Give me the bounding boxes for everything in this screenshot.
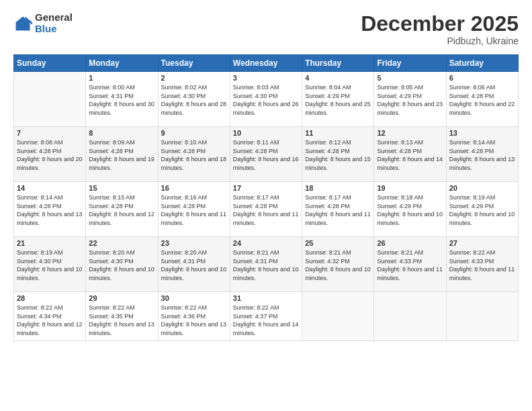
day-info: Sunrise: 8:14 AMSunset: 4:28 PMDaylight:… [17,193,83,227]
day-info: Sunrise: 8:15 AMSunset: 4:28 PMDaylight:… [89,193,154,227]
logo-blue-text: Blue [35,24,73,35]
day-number: 13 [449,129,515,137]
calendar-cell: 23Sunrise: 8:20 AMSunset: 4:31 PMDayligh… [158,237,230,292]
day-number: 30 [161,294,227,302]
svg-marker-0 [16,16,30,30]
calendar-cell: 22Sunrise: 8:20 AMSunset: 4:30 PMDayligh… [86,237,158,292]
day-number: 12 [377,129,443,137]
calendar-cell: 6Sunrise: 8:06 AMSunset: 4:28 PMDaylight… [446,72,518,127]
day-number: 10 [233,129,299,137]
weekday-header-row: SundayMondayTuesdayWednesdayThursdayFrid… [14,55,519,72]
header: General Blue December 2025 Pidbuzh, Ukra… [13,12,519,46]
day-number: 22 [89,239,154,247]
month-title: December 2025 [361,12,519,36]
day-number: 23 [161,239,227,247]
calendar-cell: 15Sunrise: 8:15 AMSunset: 4:28 PMDayligh… [86,182,158,237]
day-info: Sunrise: 8:11 AMSunset: 4:28 PMDaylight:… [233,138,299,172]
day-info: Sunrise: 8:16 AMSunset: 4:28 PMDaylight:… [161,193,227,227]
day-info: Sunrise: 8:20 AMSunset: 4:31 PMDaylight:… [161,248,227,282]
day-info: Sunrise: 8:21 AMSunset: 4:32 PMDaylight:… [305,248,371,282]
day-info: Sunrise: 8:18 AMSunset: 4:29 PMDaylight:… [377,193,443,227]
calendar-cell: 18Sunrise: 8:17 AMSunset: 4:28 PMDayligh… [302,182,374,237]
day-info: Sunrise: 8:22 AMSunset: 4:35 PMDaylight:… [89,304,154,337]
calendar-week-1: 1Sunrise: 8:00 AMSunset: 4:31 PMDaylight… [14,72,519,127]
day-number: 11 [305,129,371,137]
calendar-cell [446,292,518,340]
weekday-header-saturday: Saturday [446,55,518,72]
calendar-cell: 10Sunrise: 8:11 AMSunset: 4:28 PMDayligh… [230,127,302,182]
day-number: 6 [449,74,515,82]
calendar-cell: 25Sunrise: 8:21 AMSunset: 4:32 PMDayligh… [302,237,374,292]
day-number: 1 [89,74,154,82]
calendar-cell: 11Sunrise: 8:12 AMSunset: 4:28 PMDayligh… [302,127,374,182]
day-number: 24 [233,239,299,247]
logo-general-text: General [35,12,73,24]
day-number: 18 [305,184,371,192]
calendar-cell: 1Sunrise: 8:00 AMSunset: 4:31 PMDaylight… [86,72,158,127]
calendar-cell: 9Sunrise: 8:10 AMSunset: 4:28 PMDaylight… [158,127,230,182]
day-info: Sunrise: 8:09 AMSunset: 4:28 PMDaylight:… [89,138,154,172]
calendar-cell: 30Sunrise: 8:22 AMSunset: 4:36 PMDayligh… [158,292,230,340]
day-number: 7 [17,129,83,137]
calendar-cell: 3Sunrise: 8:03 AMSunset: 4:30 PMDaylight… [230,72,302,127]
day-number: 31 [233,294,299,302]
day-info: Sunrise: 8:12 AMSunset: 4:28 PMDaylight:… [305,138,371,172]
day-number: 28 [17,294,83,302]
weekday-header-tuesday: Tuesday [158,55,230,72]
calendar-cell: 4Sunrise: 8:04 AMSunset: 4:29 PMDaylight… [302,72,374,127]
calendar-table: SundayMondayTuesdayWednesdayThursdayFrid… [13,54,519,340]
day-info: Sunrise: 8:00 AMSunset: 4:31 PMDaylight:… [89,83,154,117]
day-info: Sunrise: 8:19 AMSunset: 4:29 PMDaylight:… [449,193,515,227]
day-info: Sunrise: 8:22 AMSunset: 4:37 PMDaylight:… [233,304,299,337]
calendar-cell: 8Sunrise: 8:09 AMSunset: 4:28 PMDaylight… [86,127,158,182]
weekday-header-sunday: Sunday [14,55,86,72]
day-info: Sunrise: 8:17 AMSunset: 4:28 PMDaylight:… [233,193,299,227]
calendar-cell: 14Sunrise: 8:14 AMSunset: 4:28 PMDayligh… [14,182,86,237]
day-info: Sunrise: 8:21 AMSunset: 4:31 PMDaylight:… [233,248,299,282]
day-info: Sunrise: 8:14 AMSunset: 4:28 PMDaylight:… [449,138,515,172]
calendar-cell [302,292,374,340]
weekday-header-wednesday: Wednesday [230,55,302,72]
calendar-cell: 17Sunrise: 8:17 AMSunset: 4:28 PMDayligh… [230,182,302,237]
day-info: Sunrise: 8:04 AMSunset: 4:29 PMDaylight:… [305,83,371,117]
day-number: 8 [89,129,154,137]
calendar-cell: 12Sunrise: 8:13 AMSunset: 4:28 PMDayligh… [374,127,446,182]
day-info: Sunrise: 8:10 AMSunset: 4:28 PMDaylight:… [161,138,227,172]
day-number: 15 [89,184,154,192]
day-number: 25 [305,239,371,247]
calendar-cell: 28Sunrise: 8:22 AMSunset: 4:34 PMDayligh… [14,292,86,340]
calendar-cell: 31Sunrise: 8:22 AMSunset: 4:37 PMDayligh… [230,292,302,340]
day-number: 17 [233,184,299,192]
calendar-cell: 24Sunrise: 8:21 AMSunset: 4:31 PMDayligh… [230,237,302,292]
day-info: Sunrise: 8:22 AMSunset: 4:36 PMDaylight:… [161,304,227,337]
calendar-cell: 19Sunrise: 8:18 AMSunset: 4:29 PMDayligh… [374,182,446,237]
day-info: Sunrise: 8:21 AMSunset: 4:33 PMDaylight:… [377,248,443,282]
calendar-cell: 2Sunrise: 8:02 AMSunset: 4:30 PMDaylight… [158,72,230,127]
day-number: 5 [377,74,443,82]
day-info: Sunrise: 8:22 AMSunset: 4:33 PMDaylight:… [449,248,515,282]
calendar-cell: 7Sunrise: 8:08 AMSunset: 4:28 PMDaylight… [14,127,86,182]
day-number: 14 [17,184,83,192]
calendar-cell: 29Sunrise: 8:22 AMSunset: 4:35 PMDayligh… [86,292,158,340]
day-number: 2 [161,74,227,82]
logo: General Blue [13,12,73,34]
day-number: 26 [377,239,443,247]
day-info: Sunrise: 8:08 AMSunset: 4:28 PMDaylight:… [17,138,83,172]
day-info: Sunrise: 8:19 AMSunset: 4:30 PMDaylight:… [17,248,83,282]
day-info: Sunrise: 8:03 AMSunset: 4:30 PMDaylight:… [233,83,299,117]
day-number: 3 [233,74,299,82]
weekday-header-thursday: Thursday [302,55,374,72]
day-info: Sunrise: 8:05 AMSunset: 4:29 PMDaylight:… [377,83,443,117]
day-number: 21 [17,239,83,247]
day-info: Sunrise: 8:13 AMSunset: 4:28 PMDaylight:… [377,138,443,172]
day-info: Sunrise: 8:17 AMSunset: 4:28 PMDaylight:… [305,193,371,227]
day-number: 27 [449,239,515,247]
calendar-week-4: 21Sunrise: 8:19 AMSunset: 4:30 PMDayligh… [14,237,519,292]
weekday-header-friday: Friday [374,55,446,72]
day-number: 16 [161,184,227,192]
day-info: Sunrise: 8:20 AMSunset: 4:30 PMDaylight:… [89,248,154,282]
calendar-week-3: 14Sunrise: 8:14 AMSunset: 4:28 PMDayligh… [14,182,519,237]
day-number: 29 [89,294,154,302]
calendar-cell: 27Sunrise: 8:22 AMSunset: 4:33 PMDayligh… [446,237,518,292]
day-number: 20 [449,184,515,192]
